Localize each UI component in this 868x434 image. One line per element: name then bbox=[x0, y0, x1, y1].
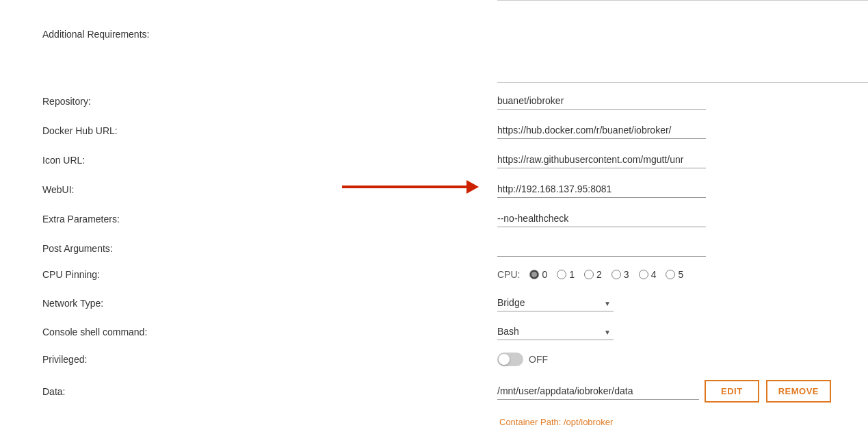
repository-input[interactable] bbox=[497, 92, 706, 110]
post-args-field-area bbox=[497, 240, 868, 257]
extra-params-input[interactable] bbox=[497, 210, 706, 227]
privileged-row: Privileged: OFF bbox=[0, 353, 868, 366]
divider-top bbox=[497, 0, 868, 1]
arrow-line bbox=[342, 186, 466, 188]
repository-field-area bbox=[497, 92, 868, 110]
cpu-option-1[interactable]: 1 bbox=[557, 269, 575, 280]
icon-url-row: Icon URL: bbox=[0, 151, 868, 168]
extra-params-row: Extra Parameters: bbox=[0, 210, 868, 227]
data-field-area: EDIT REMOVE bbox=[497, 380, 868, 403]
repository-label: Repository: bbox=[0, 96, 497, 107]
data-label: Data: bbox=[0, 386, 497, 397]
cpu-label-3: 3 bbox=[624, 269, 629, 280]
console-shell-select-wrapper: Bash sh bbox=[497, 323, 614, 340]
cpu-label-4: 4 bbox=[651, 269, 657, 280]
network-type-select[interactable]: Bridge Host None bbox=[497, 294, 614, 311]
cpu-option-2[interactable]: 2 bbox=[584, 269, 602, 280]
docker-url-label: Docker Hub URL: bbox=[0, 125, 497, 136]
cpu-radio-5[interactable] bbox=[666, 270, 675, 279]
additional-requirements-row: Additional Requirements: bbox=[0, 29, 868, 40]
cpu-label-5: 5 bbox=[678, 269, 683, 280]
cpu-option-0[interactable]: 0 bbox=[529, 269, 547, 280]
network-type-row: Network Type: Bridge Host None bbox=[0, 294, 868, 311]
icon-url-field-area bbox=[497, 151, 868, 168]
cpu-text: CPU: bbox=[497, 269, 520, 280]
cpu-label-0: 0 bbox=[542, 269, 547, 280]
cpu-pinning-field-area: CPU: 0 1 2 3 4 bbox=[497, 269, 868, 280]
post-args-row: Post Arguments: bbox=[0, 240, 868, 257]
remove-button[interactable]: REMOVE bbox=[766, 380, 831, 403]
icon-url-label: Icon URL: bbox=[0, 155, 497, 166]
data-input-area: EDIT REMOVE bbox=[497, 380, 852, 403]
docker-url-field-area bbox=[497, 122, 868, 139]
additional-requirements-label: Additional Requirements: bbox=[0, 29, 497, 40]
cpu-radio-3[interactable] bbox=[611, 270, 621, 279]
console-shell-select[interactable]: Bash sh bbox=[497, 323, 614, 340]
page: Additional Requirements: Repository: Doc… bbox=[0, 0, 868, 434]
cpu-option-3[interactable]: 3 bbox=[611, 269, 629, 280]
cpu-option-4[interactable]: 4 bbox=[639, 269, 657, 280]
cpu-pinning-label: CPU Pinning: bbox=[0, 269, 497, 280]
data-path-input[interactable] bbox=[497, 383, 699, 400]
network-type-select-wrapper: Bridge Host None bbox=[497, 294, 614, 311]
arrow-head bbox=[466, 180, 479, 194]
privileged-state-label: OFF bbox=[529, 354, 548, 365]
console-shell-field-area: Bash sh bbox=[497, 323, 868, 340]
container-path-text: Container Path: /opt/iobroker bbox=[499, 417, 613, 427]
webui-field-area bbox=[497, 181, 868, 198]
privileged-toggle[interactable] bbox=[497, 353, 523, 366]
cpu-label-1: 1 bbox=[569, 269, 575, 280]
cpu-radio-1[interactable] bbox=[557, 270, 566, 279]
cpu-label-2: 2 bbox=[596, 269, 602, 280]
cpu-radio-2[interactable] bbox=[584, 270, 594, 279]
docker-url-row: Docker Hub URL: bbox=[0, 122, 868, 139]
toggle-wrapper: OFF bbox=[497, 353, 852, 366]
post-args-label: Post Arguments: bbox=[0, 243, 497, 254]
divider-middle bbox=[497, 82, 868, 83]
privileged-label: Privileged: bbox=[0, 354, 497, 365]
edit-button[interactable]: EDIT bbox=[705, 380, 759, 403]
webui-input[interactable] bbox=[497, 181, 706, 198]
cpu-option-5[interactable]: 5 bbox=[666, 269, 683, 280]
repository-row: Repository: bbox=[0, 92, 868, 110]
toggle-knob bbox=[499, 354, 510, 365]
post-args-input[interactable] bbox=[497, 240, 706, 257]
privileged-field-area: OFF bbox=[497, 353, 868, 366]
icon-url-input[interactable] bbox=[497, 151, 706, 168]
webui-arrow bbox=[342, 177, 479, 197]
cpu-group: CPU: 0 1 2 3 4 bbox=[497, 269, 852, 280]
docker-url-input[interactable] bbox=[497, 122, 706, 139]
console-shell-row: Console shell command: Bash sh bbox=[0, 323, 868, 340]
cpu-pinning-row: CPU Pinning: CPU: 0 1 2 3 bbox=[0, 269, 868, 280]
console-shell-label: Console shell command: bbox=[0, 327, 497, 337]
extra-params-label: Extra Parameters: bbox=[0, 214, 497, 225]
network-type-field-area: Bridge Host None bbox=[497, 294, 868, 311]
extra-params-field-area bbox=[497, 210, 868, 227]
cpu-radio-0[interactable] bbox=[529, 270, 539, 279]
data-buttons: EDIT REMOVE bbox=[705, 380, 831, 403]
data-row: Data: EDIT REMOVE bbox=[0, 380, 868, 403]
network-type-label: Network Type: bbox=[0, 298, 497, 309]
cpu-radio-4[interactable] bbox=[639, 270, 648, 279]
